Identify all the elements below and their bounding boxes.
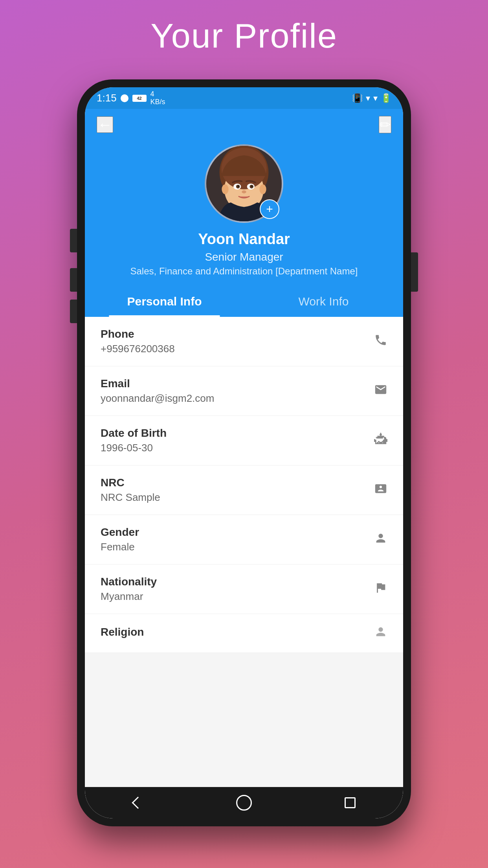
nationality-label: Nationality (101, 576, 366, 588)
email-icon (374, 383, 387, 399)
status-circle-icon (121, 94, 128, 102)
tabs-container: Personal Info Work Info (85, 286, 403, 317)
battery-status-icon: 🔋 (381, 93, 391, 103)
religion-label: Religion (101, 626, 366, 638)
app-header: ← ✏ (85, 109, 403, 140)
page-title: Your Profile (150, 16, 338, 56)
list-item: NRC NRC Sample (85, 465, 403, 515)
status-left: 1:15 42 4KB/s (97, 90, 165, 106)
nav-back-button[interactable] (126, 791, 150, 815)
phone-label: Phone (101, 328, 366, 340)
profile-section: + Yoon Nandar Senior Manager Sales, Fina… (85, 140, 403, 286)
list-item: Phone +959676200368 (85, 317, 403, 366)
status-speed: 4KB/s (150, 90, 165, 106)
svg-point-11 (238, 186, 239, 187)
svg-point-12 (251, 186, 253, 187)
email-value: yoonnandar@isgm2.com (101, 392, 366, 405)
religion-icon (374, 625, 387, 642)
signal-icon: ▾ (373, 93, 378, 103)
tab-work-info[interactable]: Work Info (244, 286, 403, 317)
list-item: Gender Female (85, 515, 403, 565)
nav-bar (85, 787, 403, 818)
gender-field: Gender Female (101, 526, 366, 553)
religion-field: Religion (101, 626, 366, 641)
battery-icon: 42 (132, 95, 147, 102)
wifi-icon: ▾ (366, 93, 370, 103)
phone-value: +959676200368 (101, 343, 366, 355)
phone-device: 1:15 42 4KB/s 📳 ▾ ▾ 🔋 ← ✏ (77, 79, 411, 826)
status-time: 1:15 (97, 92, 117, 104)
email-field: Email yoonnandar@isgm2.com (101, 377, 366, 405)
phone-icon (374, 333, 387, 350)
list-item: Email yoonnandar@isgm2.com (85, 366, 403, 416)
nrc-label: NRC (101, 476, 366, 489)
profile-name: Yoon Nandar (198, 231, 290, 248)
dob-field: Date of Birth 1996-05-30 (101, 427, 366, 454)
list-item: Nationality Myanmar (85, 565, 403, 614)
home-circle-icon (236, 795, 252, 811)
avatar-wrapper: + (205, 144, 283, 223)
status-bar: 1:15 42 4KB/s 📳 ▾ ▾ 🔋 (85, 87, 403, 109)
vibrate-icon: 📳 (352, 93, 363, 103)
tab-work-info-label: Work Info (299, 295, 349, 308)
dob-value: 1996-05-30 (101, 442, 366, 454)
list-item: Date of Birth 1996-05-30 (85, 416, 403, 465)
phone-field: Phone +959676200368 (101, 328, 366, 355)
birthday-icon (374, 432, 387, 449)
email-label: Email (101, 377, 366, 390)
nav-recent-button[interactable] (338, 791, 362, 815)
back-arrow-icon (132, 796, 144, 809)
personal-info-list: Phone +959676200368 Email yoonnandar@isg… (85, 317, 403, 787)
profile-department: Sales, Finance and Administration [Depar… (130, 266, 358, 277)
edit-button[interactable]: ✏ (379, 116, 391, 133)
phone-screen: 1:15 42 4KB/s 📳 ▾ ▾ 🔋 ← ✏ (85, 87, 403, 818)
nav-home-button[interactable] (232, 791, 256, 815)
list-item: Religion (85, 614, 403, 653)
nrc-field: NRC NRC Sample (101, 476, 366, 504)
svg-point-5 (222, 184, 228, 194)
gender-label: Gender (101, 526, 366, 539)
add-photo-button[interactable]: + (260, 199, 279, 219)
svg-point-6 (259, 184, 266, 194)
svg-point-13 (242, 190, 246, 193)
nrc-value: NRC Sample (101, 491, 366, 504)
status-right: 📳 ▾ ▾ 🔋 (352, 93, 391, 103)
id-card-icon (374, 482, 387, 498)
back-button[interactable]: ← (97, 116, 113, 133)
tab-personal-info-label: Personal Info (127, 295, 202, 308)
person-icon (374, 531, 387, 548)
gender-value: Female (101, 541, 366, 553)
tab-personal-info[interactable]: Personal Info (85, 286, 244, 317)
flag-icon (374, 581, 387, 598)
nationality-field: Nationality Myanmar (101, 576, 366, 603)
dob-label: Date of Birth (101, 427, 366, 440)
nationality-value: Myanmar (101, 590, 366, 603)
recent-apps-icon (345, 797, 356, 808)
profile-job-title: Senior Manager (205, 251, 283, 263)
